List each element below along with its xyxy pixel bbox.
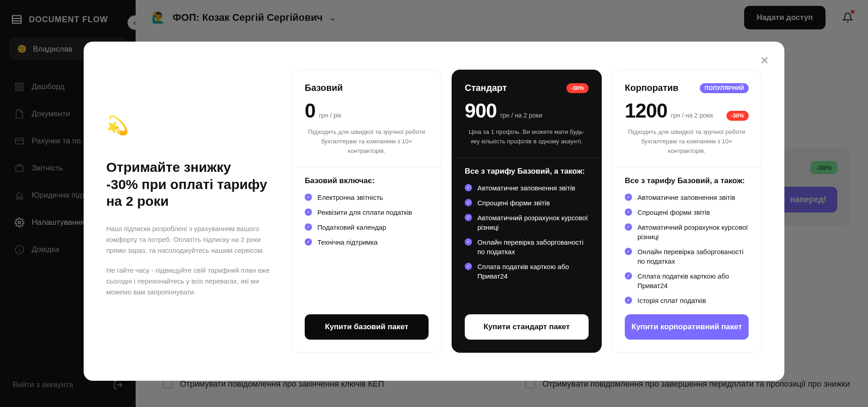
feature-item: ✓Автоматичне заповнення звітів: [465, 183, 589, 193]
feature-list: ✓Автоматичне заповнення звітів ✓Спрощені…: [465, 183, 589, 281]
features-title: Все з тарифу Базовий, а також:: [625, 176, 749, 185]
feature-item: ✓Електронна звітність: [305, 193, 429, 202]
check-icon: ✓: [625, 248, 632, 255]
features-title: Базовий включає:: [305, 176, 429, 185]
buy-corporate-button[interactable]: Купити корпоративний пакет: [625, 314, 749, 340]
check-icon: ✓: [305, 208, 312, 216]
sparkle-icon: 💫: [106, 115, 274, 136]
check-icon: ✓: [465, 214, 472, 221]
discount-badge: -30%: [726, 111, 749, 121]
discount-badge: -30%: [566, 83, 589, 93]
pricing-modal-overlay: ✕ 💫 Отримайте знижку -30% при оплаті тар…: [0, 0, 868, 407]
promo-title: Отримайте знижку -30% при оплаті тарифу …: [106, 159, 274, 210]
feature-item: ✓Реквізити для сплати податків: [305, 208, 429, 217]
plan-name: Стандарт: [465, 83, 507, 93]
promo-column: 💫 Отримайте знижку -30% при оплаті тариф…: [106, 70, 274, 353]
feature-list: ✓Автоматичне заповнення звітів ✓Спрощені…: [625, 193, 749, 305]
plan-description: Підходить для швидкої та зручної роботи …: [305, 128, 429, 156]
plan-description: Ціна за 1 профіль. Ви можете мати будь-я…: [465, 128, 589, 147]
feature-item: ✓Сплата податків карткою або Приват24: [625, 271, 749, 290]
plan-card-standard: Стандарт -30% 900 грн / на 2 роки Ціна з…: [452, 70, 602, 353]
feature-list: ✓Електронна звітність ✓Реквізити для спл…: [305, 193, 429, 247]
plan-name: Базовий: [305, 83, 343, 93]
promo-paragraph: Наші підписки розроблені з урахуванням в…: [106, 223, 274, 256]
check-icon: ✓: [625, 297, 632, 304]
feature-item: ✓Автоматичний розрахунок курсової різниц…: [625, 222, 749, 241]
check-icon: ✓: [465, 199, 472, 206]
check-icon: ✓: [625, 272, 632, 279]
feature-item: ✓Онлайн перевірка заборгованості по пода…: [465, 237, 589, 256]
check-icon: ✓: [465, 238, 472, 246]
plan-description: Підходить для швидкої та зручної роботи …: [625, 128, 749, 156]
plan-name: Корпоратив: [625, 83, 679, 93]
plan-price-unit: грн / рік: [319, 112, 341, 119]
check-icon: ✓: [625, 223, 632, 231]
plan-card-corporate: Корпоратив ПОПУЛЯРНИЙ 1200 грн / на 2 ро…: [612, 70, 762, 353]
check-icon: ✓: [305, 194, 312, 201]
plan-card-basic: Базовий 0 грн / рік Підходить для швидко…: [292, 70, 442, 353]
promo-paragraph: Не гайте часу - підвищуйте свій тарифний…: [106, 265, 274, 298]
features-title: Все з тарифу Базовий, а також:: [465, 167, 589, 176]
plan-price-unit: грн / на 2 роки: [500, 112, 542, 119]
plan-price: 1200: [625, 99, 667, 122]
feature-item: ✓Автоматичний розрахунок курсової різниц…: [465, 213, 589, 232]
feature-item: ✓Онлайн перевірка заборгованості по пода…: [625, 247, 749, 266]
plan-price-unit: грн / на 2 роки: [671, 112, 713, 119]
pricing-plans: Базовий 0 грн / рік Підходить для швидко…: [292, 70, 762, 353]
check-icon: ✓: [305, 223, 312, 231]
feature-item: ✓Сплата податків карткою або Приват24: [465, 262, 589, 281]
buy-basic-button[interactable]: Купити базовий пакет: [305, 314, 429, 340]
close-icon: ✕: [760, 54, 769, 67]
check-icon: ✓: [625, 194, 632, 201]
plan-price: 0: [305, 99, 315, 122]
check-icon: ✓: [465, 263, 472, 270]
buy-standard-button[interactable]: Купити стандарт пакет: [465, 314, 589, 340]
check-icon: ✓: [625, 208, 632, 216]
modal-close-button[interactable]: ✕: [756, 52, 773, 69]
feature-item: ✓Спрощені форми звітів: [465, 198, 589, 208]
feature-item: ✓Спрощені форми звітів: [625, 208, 749, 217]
feature-item: ✓Автоматичне заповнення звітів: [625, 193, 749, 202]
pricing-modal: ✕ 💫 Отримайте знижку -30% при оплаті тар…: [84, 42, 784, 381]
check-icon: ✓: [305, 238, 312, 246]
popular-badge: ПОПУЛЯРНИЙ: [700, 83, 749, 93]
feature-item: ✓Податковий календар: [305, 222, 429, 232]
check-icon: ✓: [465, 184, 472, 191]
feature-item: ✓Технічна підтримка: [305, 237, 429, 247]
feature-item: ✓Історія сплат податків: [625, 296, 749, 305]
plan-price: 900: [465, 99, 496, 122]
